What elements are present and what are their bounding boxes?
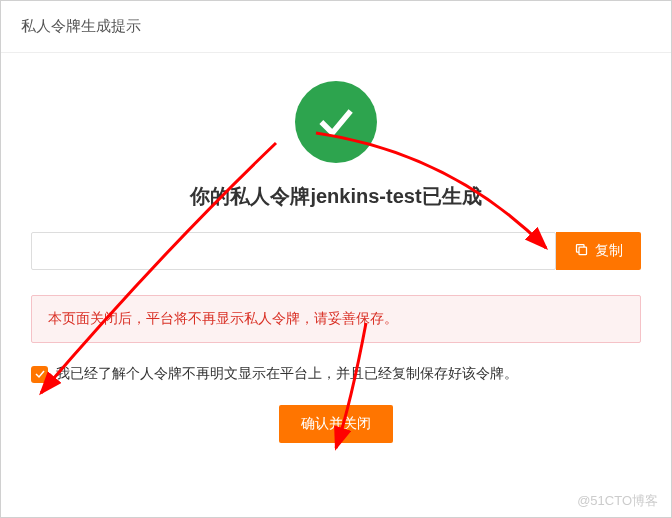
title-suffix: 已生成	[422, 185, 482, 207]
warning-text: 本页面关闭后，平台将不再显示私人令牌，请妥善保存。	[48, 310, 398, 326]
checkbox-confirm[interactable]	[31, 366, 48, 383]
checkbox-row[interactable]: 我已经了解个人令牌不再明文显示在平台上，并且已经复制保存好该令牌。	[31, 365, 641, 383]
copy-button[interactable]: 复制	[556, 232, 641, 270]
token-input[interactable]	[31, 232, 556, 270]
svg-rect-0	[579, 247, 587, 255]
token-name: jenkins-test	[310, 185, 421, 207]
token-row: 复制	[31, 232, 641, 270]
warning-box: 本页面关闭后，平台将不再显示私人令牌，请妥善保存。	[31, 295, 641, 343]
copy-label: 复制	[595, 242, 623, 260]
modal-body: 你的私人令牌jenkins-test已生成 复制 本页面关闭后，平台将不再显示私…	[1, 53, 671, 517]
checkbox-label: 我已经了解个人令牌不再明文显示在平台上，并且已经复制保存好该令牌。	[56, 365, 518, 383]
modal-header: 私人令牌生成提示	[1, 1, 671, 53]
modal-title: 私人令牌生成提示	[21, 17, 141, 34]
title-prefix: 你的私人令牌	[190, 185, 310, 207]
main-title: 你的私人令牌jenkins-test已生成	[190, 183, 481, 210]
watermark: @51CTO博客	[577, 492, 658, 510]
success-icon	[295, 81, 377, 163]
confirm-close-button[interactable]: 确认并关闭	[279, 405, 393, 443]
copy-icon	[574, 242, 589, 260]
token-modal: 私人令牌生成提示 你的私人令牌jenkins-test已生成 复制 本页面关闭后…	[0, 0, 672, 518]
